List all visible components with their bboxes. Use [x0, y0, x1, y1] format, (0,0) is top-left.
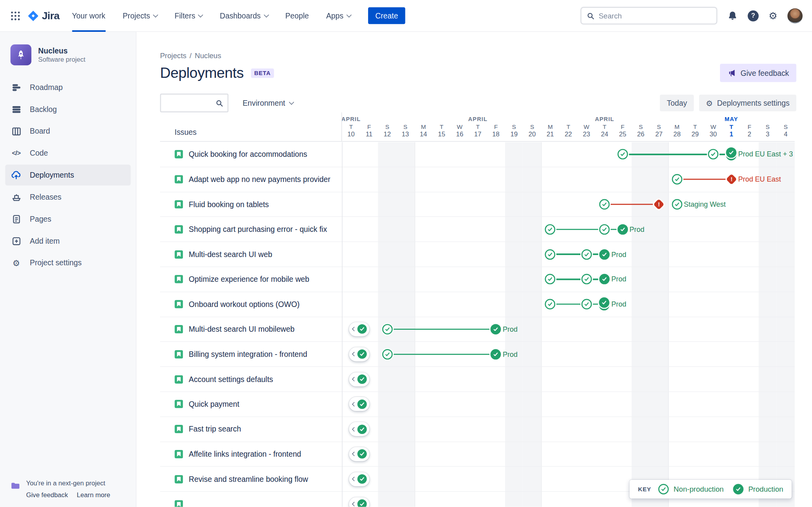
deployment-check-icon[interactable] — [708, 149, 719, 160]
issue-label-cell[interactable]: Quick booking for accommodations — [160, 142, 342, 167]
environment-dropdown[interactable]: Environment — [243, 99, 294, 107]
give-feedback-button[interactable]: Give feedback — [720, 64, 796, 82]
issue-label-cell[interactable]: Billing system integration - frontend — [160, 342, 342, 366]
sidebar-item-backlog[interactable]: Backlog — [5, 99, 131, 119]
nav-item-your-work[interactable]: Your work — [72, 0, 105, 31]
sidebar-item-pages[interactable]: Pages — [5, 209, 131, 230]
deployment-check-icon[interactable] — [382, 349, 392, 360]
chevron-left-icon — [352, 477, 356, 481]
create-button[interactable]: Create — [368, 7, 405, 24]
deployment-check-icon[interactable] — [672, 174, 682, 185]
collapsed-deployments-pill[interactable] — [349, 472, 369, 486]
issue-label-cell[interactable]: Adapt web app no new payments provider — [160, 167, 342, 191]
deployment-check-icon[interactable] — [617, 149, 628, 160]
deployment-check-icon[interactable] — [599, 199, 610, 210]
issue-row: Affelite links integration - frontend — [160, 442, 795, 467]
deployment-check-icon[interactable] — [491, 349, 501, 360]
deployment-check-icon[interactable] — [545, 299, 556, 310]
deployment-check-icon[interactable] — [581, 249, 592, 260]
collapsed-deployments-pill[interactable] — [349, 372, 369, 386]
nav-item-projects[interactable]: Projects — [123, 0, 157, 31]
environment-label: Environment — [243, 99, 285, 107]
deployment-check-icon[interactable] — [545, 274, 556, 285]
sidebar-item-code[interactable]: </>Code — [5, 143, 131, 163]
deployment-check-stack-icon[interactable] — [599, 298, 610, 311]
breadcrumb-projects[interactable]: Projects — [160, 51, 186, 59]
issue-label-cell[interactable]: Fast trip search — [160, 417, 342, 441]
issue-label-cell[interactable] — [160, 492, 342, 507]
deployment-check-icon[interactable] — [581, 274, 592, 285]
project-avatar-rocket-icon — [11, 44, 31, 65]
issue-label-cell[interactable]: Account settings defaults — [160, 367, 342, 391]
learn-more-link[interactable]: Learn more — [77, 491, 110, 499]
day-letter: T — [729, 124, 733, 130]
deployment-check-icon[interactable] — [672, 199, 682, 210]
nav-item-label: Projects — [123, 11, 150, 20]
sidebar-item-project-settings[interactable]: ⚙Project settings — [5, 252, 131, 273]
today-button[interactable]: Today — [660, 95, 694, 112]
deployment-check-icon[interactable] — [599, 274, 610, 285]
filter-search-input[interactable] — [165, 99, 215, 107]
deployment-check-icon[interactable] — [491, 324, 501, 334]
day-letter: S — [657, 124, 661, 130]
notifications-bell-icon[interactable] — [727, 11, 738, 21]
sidebar-item-releases[interactable]: Releases — [5, 187, 131, 208]
sidebar-item-board[interactable]: Board — [5, 121, 131, 141]
timeline-day-header: S4 — [777, 124, 795, 138]
nav-item-label: People — [285, 11, 309, 20]
issue-label-cell[interactable]: Optimize experience for mobile web — [160, 267, 342, 291]
jira-logo[interactable]: Jira — [27, 10, 59, 22]
deployment-error-icon[interactable]: ! — [654, 199, 665, 210]
deployment-check-stack-icon[interactable] — [726, 147, 737, 161]
issue-label-cell[interactable]: Onboard workout options (OWO) — [160, 292, 342, 316]
issue-summary: Shopping cart purchasing error - quick f… — [189, 225, 327, 233]
story-icon — [175, 325, 183, 333]
deployment-check-icon[interactable] — [545, 249, 556, 260]
collapsed-deployments-pill[interactable] — [349, 347, 369, 361]
deployment-check-icon[interactable] — [599, 224, 610, 235]
user-avatar[interactable] — [788, 8, 803, 24]
issue-label-cell[interactable]: Fluid booking on tablets — [160, 192, 342, 217]
deployments-settings-button[interactable]: ⚙ Deployments settings — [699, 95, 796, 112]
nav-item-apps[interactable]: Apps — [326, 0, 351, 31]
global-search-input[interactable] — [598, 11, 711, 20]
issue-label-cell[interactable]: Shopping cart purchasing error - quick f… — [160, 217, 342, 241]
collapsed-deployments-pill[interactable] — [349, 397, 369, 411]
issue-label-cell[interactable]: Quick payment — [160, 392, 342, 416]
app-switcher-grid-icon[interactable] — [7, 8, 23, 24]
sidebar-item-add-item[interactable]: Add item — [5, 230, 131, 251]
nav-item-dashboards[interactable]: Dashboards — [220, 0, 268, 31]
project-header[interactable]: Nucleus Software project — [0, 32, 136, 73]
legend-title: KEY — [638, 486, 651, 492]
sidebar-item-roadmap[interactable]: Roadmap — [5, 77, 131, 97]
collapsed-deployments-pill[interactable] — [349, 422, 369, 436]
day-number: 4 — [784, 130, 787, 138]
sidebar-item-deployments[interactable]: Deployments — [5, 165, 131, 186]
deployment-check-icon[interactable] — [581, 299, 592, 310]
day-number: 25 — [619, 130, 626, 138]
filter-search[interactable] — [160, 94, 228, 112]
collapsed-deployments-pill[interactable] — [349, 322, 369, 336]
give-feedback-link[interactable]: Give feedback — [26, 491, 68, 499]
deployment-check-icon[interactable] — [382, 324, 392, 334]
deployment-error-icon[interactable]: ! — [726, 174, 737, 185]
help-icon[interactable]: ? — [748, 10, 759, 21]
deployment-env-label: Prod — [611, 276, 626, 283]
issue-row: Quick payment — [160, 392, 795, 417]
issue-label-cell[interactable]: Affelite links integration - frontend — [160, 442, 342, 466]
issue-row: Optimize experience for mobile webProd — [160, 267, 795, 292]
deployment-check-icon[interactable] — [599, 249, 610, 260]
collapsed-deployments-pill[interactable] — [349, 447, 369, 461]
deployment-check-icon[interactable] — [617, 224, 628, 235]
deployment-check-icon[interactable] — [545, 224, 556, 235]
breadcrumb-nucleus[interactable]: Nucleus — [195, 51, 221, 59]
issue-label-cell[interactable]: Revise and streamline booking flow — [160, 467, 342, 491]
pages-icon — [11, 214, 22, 224]
global-search[interactable] — [580, 7, 717, 24]
collapsed-deployments-pill[interactable] — [349, 497, 369, 507]
gear-icon[interactable]: ⚙ — [769, 11, 778, 20]
nav-item-filters[interactable]: Filters — [175, 0, 203, 31]
issue-label-cell[interactable]: Multi-dest search UI web — [160, 242, 342, 266]
nav-item-people[interactable]: People — [285, 0, 309, 31]
issue-label-cell[interactable]: Multi-dest search UI mobileweb — [160, 317, 342, 342]
